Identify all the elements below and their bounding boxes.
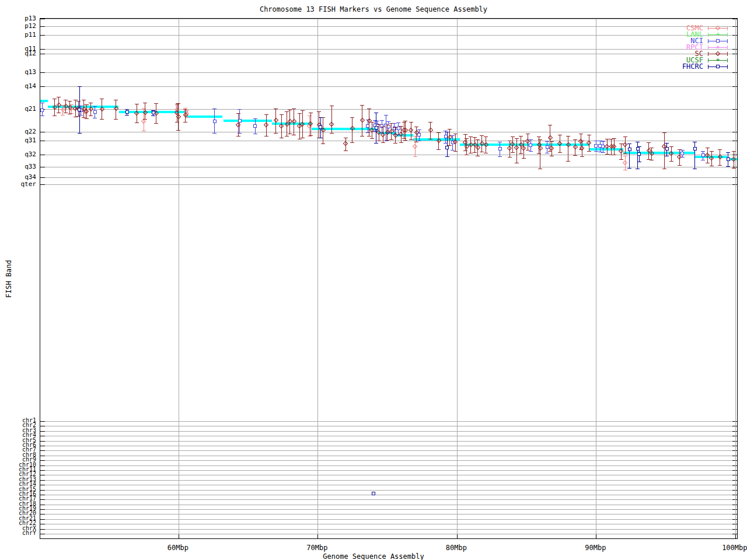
gridline-horizontal [40,155,737,155]
assembly-segment [224,120,272,122]
error-bar-cap [623,136,627,137]
error-bar-cap [548,125,552,125]
error-bar-cap [143,119,147,120]
error-bar-cap [370,138,374,139]
error-bar-cap [465,138,469,139]
legend-cap [708,33,708,37]
marker-NCI [93,110,97,114]
error-bar-cap [594,151,598,152]
y-axis-tick-left [40,514,45,514]
error-bar-cap [384,115,388,116]
error-bar-cap [57,113,61,113]
error-bar-SC [331,106,332,133]
legend-cap [727,52,728,56]
y-tick-label: q22 [0,128,36,135]
error-bar-cap [114,119,118,120]
y-axis-tick-left [40,505,45,505]
legend-cap [727,39,728,43]
legend-cap [727,65,728,69]
error-bar-cap [451,150,455,150]
error-bar-cap [623,156,627,156]
gridline-horizontal [40,456,737,456]
error-bar-cap [453,151,458,152]
error-bar-cap [605,139,609,139]
error-bar-FHCRC [447,132,448,156]
error-bar-cap [732,151,736,152]
x-tick-label: 80Mbp [439,544,474,552]
marker-SC [274,118,278,123]
y-axis-tick-left [40,456,45,456]
x-axis-tick [179,534,179,538]
error-bar-cap [360,105,364,106]
error-bar-cap [484,153,488,153]
marker-SC [677,155,682,159]
x-tick-label: 90Mbp [578,544,613,552]
legend-sample-diamond-icon [708,51,728,57]
error-bar-cap [288,134,292,134]
error-bar-cap [374,113,378,113]
marker-SC [507,146,512,150]
error-bar-cap [330,106,334,106]
error-bar-cap [380,120,384,121]
y-axis-tick-left [40,529,45,530]
marker-CSMC [623,160,627,165]
error-bar-cap [414,142,418,142]
error-bar-cap [176,103,180,104]
error-bar-cap [78,86,82,87]
error-bar-cap [601,152,605,153]
error-bar-cap [285,136,289,136]
legend-cap [708,65,708,69]
marker-NCI [529,144,532,147]
error-bar-cap [40,103,44,103]
legend-cap [727,46,728,50]
legend-cap [708,39,708,43]
error-bar-cap [212,108,217,109]
error-bar-cap [637,146,641,147]
error-bar-cap [550,156,554,156]
error-bar-cap [350,117,354,118]
error-bar-cap [706,148,710,148]
error-bar-cap [53,99,57,99]
error-bar-cap [360,136,364,136]
x-tick-label: 100Mbp [717,544,747,552]
error-bar-cap [545,153,549,153]
legend-marker-square-icon [716,39,720,43]
marker-NCI [40,108,44,112]
error-bar-cap [85,104,89,105]
error-bar-cap [301,110,305,111]
x-axis-tick [735,534,736,538]
y-axis-tick-left [40,49,45,50]
error-bar-cap [469,153,473,153]
marker-NCI [498,147,502,150]
error-bar-cap [377,141,381,141]
marker-NCI [253,124,257,128]
error-bar-cap [594,141,598,141]
y-axis-tick-left [40,431,45,432]
y-axis-tick-left [40,495,45,495]
legend-cap [727,26,728,30]
error-bar-cap [344,138,348,138]
marker-FHCRC [628,148,631,151]
gridline-horizontal [40,450,737,451]
error-bar-cap [389,139,393,140]
y-axis-tick-left [40,167,45,167]
error-bar-cap [566,136,570,136]
marker-SC [343,141,348,146]
error-bar-SC [664,132,665,169]
error-bar-cap [308,136,312,136]
error-bar-cap [445,132,449,132]
error-bar-cap [693,142,697,142]
error-bar-cap [264,136,268,136]
legend-cap [727,33,728,37]
error-bar-cap [399,126,403,127]
marker-FHCRC [693,147,697,150]
marker-SC [578,139,583,144]
error-bar-cap [480,135,484,136]
error-bar-cap [151,116,155,116]
marker-SC [547,135,552,140]
marker-NCI [594,144,598,148]
error-bar-cap [367,136,371,136]
error-bar-cap [68,114,72,114]
y-axis-tick-left [40,86,45,87]
error-bar-cap [519,136,523,136]
